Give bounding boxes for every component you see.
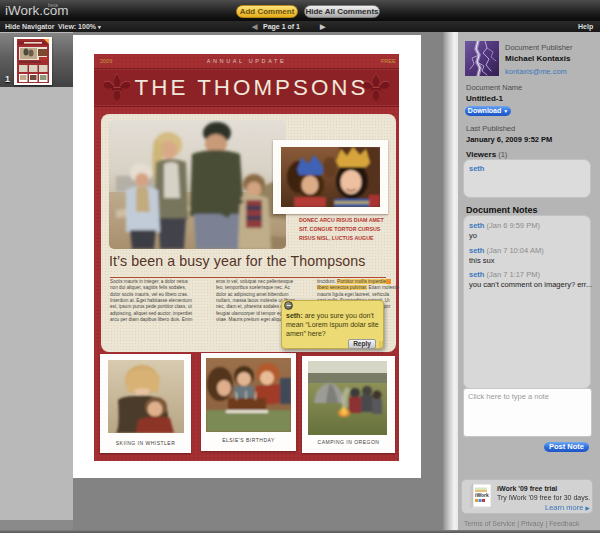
svg-text:iWork: iWork <box>475 492 489 498</box>
